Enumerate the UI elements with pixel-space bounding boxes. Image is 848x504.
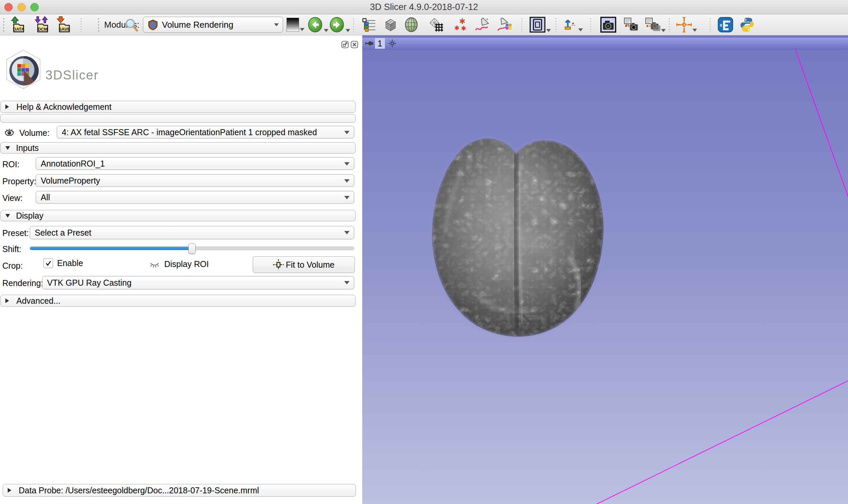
module-forward-button[interactable]: [329, 17, 350, 33]
display-section[interactable]: Display: [0, 210, 356, 221]
dicom-button[interactable]: DCM: [33, 16, 51, 33]
preset-combobox[interactable]: Select a Preset: [30, 226, 354, 239]
view-combobox[interactable]: All: [36, 191, 354, 203]
fit-to-volume-label: Fit to Volume: [286, 260, 335, 270]
crosshair-icon: [676, 17, 692, 32]
paint-colors-icon: [496, 17, 511, 32]
toolbar-separator: [590, 17, 592, 32]
inputs-section[interactable]: Inputs: [0, 142, 356, 154]
undock-icon: [341, 41, 349, 49]
main-toolbar: DATA DCM SAVE Modules:: [0, 14, 848, 35]
shift-label: Shift:: [2, 244, 21, 254]
rendering-label: Rendering:: [2, 278, 43, 288]
rendering-combobox[interactable]: VTK GPU Ray Casting: [42, 276, 354, 289]
save-button[interactable]: SAVE: [55, 16, 72, 33]
markups-fiducial-button[interactable]: [453, 17, 468, 32]
shift-slider[interactable]: [30, 247, 354, 250]
svg-text:DCM: DCM: [38, 27, 48, 32]
volume-combobox-value: 4: AX fetal SSFSE ARC - imageOrientation…: [62, 127, 317, 137]
chevron-down-icon: [344, 179, 349, 183]
restore-scene-view-button[interactable]: [644, 17, 666, 33]
shift-slider-handle[interactable]: [188, 243, 196, 254]
expanded-triangle-icon: [5, 146, 10, 150]
rendering-combobox-value: VTK GPU Ray Casting: [47, 278, 131, 288]
close-panel-button[interactable]: [350, 41, 358, 49]
slicer-window: 3D Slicer 4.9.0-2018-07-12 DATA DCM: [0, 0, 848, 504]
advanced-section[interactable]: Advanced...: [0, 295, 356, 307]
screen-capture-button[interactable]: [600, 17, 616, 33]
window-title: 3D Slicer 4.9.0-2018-07-12: [0, 0, 848, 14]
svg-text:SAVE: SAVE: [59, 27, 70, 32]
scene-views-button[interactable]: [623, 17, 639, 33]
volume-rendering-module-icon: [147, 19, 159, 30]
editor-paint-button[interactable]: [496, 17, 511, 32]
fit-to-volume-icon: [273, 259, 284, 270]
chevron-down-icon: [578, 29, 583, 31]
annotations-button[interactable]: [474, 17, 489, 32]
models-module-button[interactable]: [403, 17, 419, 33]
curve-annotation-icon: [474, 17, 489, 32]
toolbar-separator: [555, 17, 557, 32]
toolbar-separator: [668, 17, 670, 32]
chevron-down-icon: [274, 23, 279, 26]
subject-hierarchy-button[interactable]: [362, 17, 377, 32]
toolbar-drag-handle[interactable]: [3, 17, 5, 32]
toolbar-separator: [80, 17, 82, 32]
toolbar-drag-handle[interactable]: [97, 17, 100, 32]
volume-module-button[interactable]: [383, 17, 399, 33]
data-probe-section[interactable]: Data Probe: /Users/esteegoldberg/Doc...2…: [3, 484, 356, 497]
display-roi-label: Display ROI: [164, 259, 209, 269]
help-acknowledgement-section[interactable]: Help & Acknowledgement: [0, 101, 356, 113]
module-back-button[interactable]: [307, 17, 328, 33]
undock-panel-button[interactable]: [341, 41, 349, 49]
volume-combobox[interactable]: 4: AX fetal SSFSE ARC - imageOrientation…: [57, 126, 354, 139]
roi-combobox[interactable]: AnnotationROI_1: [36, 157, 354, 170]
checkmark-icon: [45, 260, 52, 267]
history-gradient-icon: [286, 18, 299, 32]
property-combobox[interactable]: VolumeProperty: [36, 174, 354, 187]
preset-label: Preset:: [2, 228, 29, 238]
collapsed-triangle-icon: [8, 488, 11, 493]
view-label: View:: [2, 193, 23, 203]
load-data-button[interactable]: DATA: [10, 16, 27, 33]
roi-wireframe-lines: [362, 35, 848, 504]
search-icon: [124, 17, 139, 32]
fiducial-markers-icon: [453, 17, 468, 32]
chevron-down-icon: [344, 131, 349, 134]
svg-text:3DSlicer: 3DSlicer: [46, 68, 99, 82]
display-section-label: Display: [16, 211, 43, 221]
wireframe-cube-icon: [383, 17, 399, 33]
module-panel: 3DSlicer Help & Acknowledgement Volume: …: [0, 35, 362, 504]
crop-label: Crop:: [2, 261, 23, 271]
crop-enable-checkbox[interactable]: [43, 258, 53, 268]
fit-to-volume-button[interactable]: Fit to Volume: [253, 256, 355, 273]
module-history-button[interactable]: [286, 18, 305, 32]
preset-combobox-value: Select a Preset: [35, 228, 91, 238]
forward-arrow-icon: [329, 17, 345, 33]
svg-text:DATA: DATA: [13, 27, 25, 32]
chevron-down-icon: [661, 29, 666, 32]
crosshair-button[interactable]: [676, 17, 697, 32]
crop-enable-label: Enable: [57, 258, 83, 268]
volume-visibility-icon[interactable]: [3, 126, 15, 140]
titlebar: 3D Slicer 4.9.0-2018-07-12: [0, 0, 848, 14]
threed-view[interactable]: 1: [362, 35, 848, 504]
roi-edge-line-bottom: [593, 379, 848, 504]
closed-eye-icon[interactable]: [149, 258, 160, 270]
help-section-label: Help & Acknowledgement: [16, 102, 111, 112]
module-search-button[interactable]: [124, 17, 139, 32]
module-selector[interactable]: Volume Rendering: [143, 17, 283, 33]
extensions-manager-button[interactable]: [717, 16, 734, 33]
roi-combobox-value: AnnotationROI_1: [41, 159, 105, 168]
chevron-down-icon: [344, 196, 349, 199]
save-icon: SAVE: [55, 16, 72, 33]
scene-view-camera-icon: [623, 17, 639, 33]
display-roi-row: Display ROI: [149, 258, 209, 270]
transforms-module-button[interactable]: [429, 17, 444, 32]
python-console-button[interactable]: [739, 17, 755, 33]
transform-grid-icon: [429, 17, 444, 32]
sphere-model-icon: [403, 17, 419, 33]
units-settings-button[interactable]: [563, 17, 583, 32]
view-combobox-value: All: [41, 193, 50, 202]
layout-selector-button[interactable]: [529, 17, 551, 33]
